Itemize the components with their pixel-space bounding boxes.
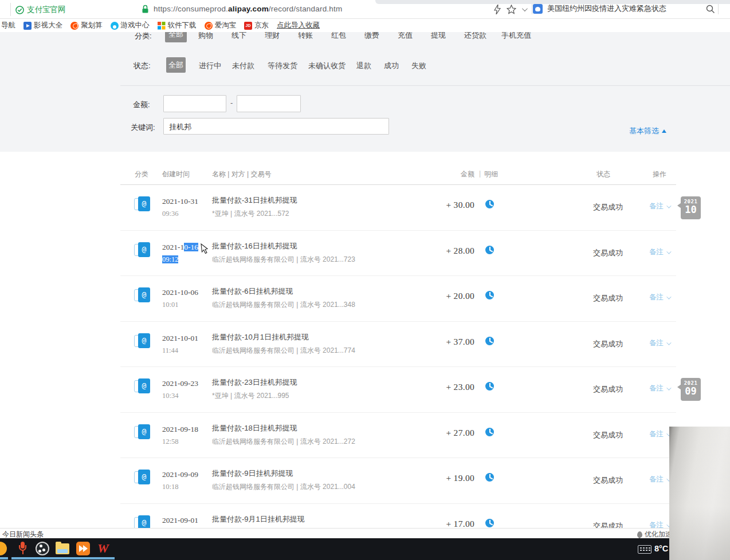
transfer-icon: @ — [134, 470, 150, 486]
transfer-icon: @ — [134, 196, 150, 212]
status-item[interactable]: 成功 — [384, 61, 399, 71]
windows-grid-icon — [158, 22, 166, 30]
video-play-icon — [23, 22, 32, 30]
taskbar-underline — [93, 557, 115, 559]
txn-name: 批量付款-9月1日挂机邦提现 — [212, 515, 305, 528]
url-text[interactable]: https://consumeprod.alipay.com/record/st… — [154, 5, 342, 13]
table-row: @ 2021-09-01 批量付款-9月1日挂机邦提现 + 17.00 交易成功… — [120, 504, 676, 528]
detail-pie-icon[interactable] — [485, 200, 494, 208]
bookmark-nav[interactable]: 导航 — [1, 21, 15, 30]
taobao-icon — [205, 22, 213, 30]
file-explorer-icon[interactable] — [56, 543, 69, 554]
amount-dash: - — [230, 98, 233, 107]
detail-pie-icon[interactable] — [485, 291, 494, 299]
status-item[interactable]: 退款 — [356, 61, 371, 71]
search-icon[interactable] — [706, 5, 715, 14]
taskbar-underline — [0, 557, 8, 559]
lightning-icon[interactable] — [494, 5, 501, 14]
divider — [10, 3, 11, 16]
collapse-triangle-icon — [662, 129, 666, 133]
amount-min-input[interactable] — [163, 95, 226, 112]
remark-link[interactable]: 备注 — [649, 247, 670, 257]
chevron-down-icon — [666, 203, 671, 208]
detail-pie-icon[interactable] — [485, 337, 494, 345]
lock-icon[interactable] — [142, 5, 149, 14]
wps-icon[interactable]: W — [97, 542, 109, 555]
taskbar-underline — [52, 557, 73, 559]
filter-divider — [120, 85, 730, 86]
browser-status-bar: 今日新闻头条 优化加速 — [0, 528, 730, 538]
amount-label: 金额: — [133, 100, 150, 110]
bookmark-label: 京东 — [254, 21, 269, 30]
transfer-icon: @ — [134, 424, 150, 440]
bookmark-jd[interactable]: JD京东 — [244, 21, 269, 30]
detail-pie-icon[interactable] — [485, 428, 494, 436]
remark-label: 备注 — [649, 429, 664, 439]
remark-link[interactable]: 备注 — [649, 475, 670, 484]
status-item[interactable]: 进行中 — [199, 61, 221, 71]
detail-pie-icon[interactable] — [485, 473, 494, 482]
txn-amount: + 20.00 — [418, 291, 474, 301]
keyboard-icon[interactable] — [638, 545, 651, 554]
month-badge: 202109 — [681, 378, 701, 401]
status-item[interactable]: 等待发货 — [268, 61, 297, 71]
keyword-input[interactable]: 挂机邦 — [163, 118, 389, 135]
amount-max-input[interactable] — [237, 95, 301, 112]
remark-link[interactable]: 备注 — [649, 384, 670, 393]
url-prefix: https://consumeprod. — [154, 5, 228, 13]
header-amount: 金额 — [418, 169, 474, 179]
detail-pie-icon[interactable] — [485, 519, 494, 527]
txn-status: 交易成功 — [593, 339, 623, 349]
header-action: 操作 — [653, 169, 666, 179]
bookmark-game-center[interactable]: 游戏中心 — [111, 21, 150, 30]
remark-link[interactable]: 备注 — [649, 293, 670, 302]
tab-strip — [375, 0, 730, 4]
transfer-icon: @ — [134, 333, 150, 349]
bookmark-video[interactable]: 影视大全 — [23, 21, 62, 30]
divider — [532, 4, 532, 14]
status-chip-all[interactable]: 全部 — [166, 57, 186, 73]
app-icon-partial[interactable] — [0, 542, 7, 555]
taskbar-underline — [11, 557, 33, 559]
star-icon[interactable] — [507, 5, 516, 14]
screen-recorder-icon[interactable] — [76, 542, 90, 555]
txn-status: 交易成功 — [593, 475, 623, 486]
bookmark-aitaobao[interactable]: 爱淘宝 — [205, 21, 237, 30]
transfer-icon: @ — [134, 242, 150, 258]
bookmark-juhuasuan[interactable]: 聚划算 — [70, 21, 103, 30]
transaction-table: 分类 创建时间 名称 | 对方 | 交易号 金额 | 明细 状态 操作 @ 20… — [0, 152, 730, 528]
bookmark-label: 点此导入收藏 — [277, 21, 320, 30]
table-row: @ 2021-10-0610:01 批量付款-6日挂机邦提现临沂超钱网络服务有限… — [120, 276, 676, 322]
site-verified-badge[interactable]: 支付宝官网 — [15, 5, 66, 15]
keyword-label: 关键词: — [131, 123, 155, 133]
remark-label: 备注 — [649, 384, 664, 393]
table-row: @ 2021-10-16 09:12 批量付款-16日挂机邦提现临沂超钱网络服务… — [120, 231, 676, 276]
bookmark-software[interactable]: 软件下载 — [158, 21, 197, 30]
detail-pie-icon[interactable] — [485, 246, 494, 254]
bookmark-label: 软件下载 — [168, 21, 197, 30]
chevron-down-icon[interactable] — [522, 6, 528, 11]
table-row: @ 2021-10-0111:44 批量付款-10月1日挂机邦提现临沂超钱网络服… — [120, 322, 676, 367]
detail-pie-icon[interactable] — [485, 382, 494, 391]
txn-date: 2021-09-0910:18 — [162, 470, 198, 491]
category-label: 分类: — [135, 31, 152, 41]
windows-taskbar: W 8°C — [0, 538, 730, 560]
remark-link[interactable]: 备注 — [649, 338, 670, 348]
basic-filter-link[interactable]: 基本筛选 — [629, 126, 666, 136]
status-item[interactable]: 失败 — [411, 61, 426, 71]
news-ticker[interactable]: 美国纽约州因疫情进入灾难紧急状态 — [533, 3, 666, 14]
obs-icon[interactable] — [36, 542, 49, 555]
txn-amount: + 28.00 — [418, 246, 474, 256]
microphone-icon[interactable] — [19, 542, 26, 555]
basic-filter-label: 基本筛选 — [629, 126, 659, 136]
remark-link[interactable]: 备注 — [649, 202, 670, 211]
shield-check-icon — [15, 6, 24, 14]
rocket-icon — [637, 531, 642, 538]
import-bookmarks-link[interactable]: 点此导入收藏 — [277, 21, 320, 30]
bookmark-label: 聚划算 — [81, 21, 103, 30]
status-item[interactable]: 未付款 — [232, 61, 254, 71]
remark-link[interactable]: 备注 — [649, 429, 670, 439]
transfer-icon: @ — [134, 378, 150, 395]
pip-video-overlay[interactable] — [669, 427, 730, 560]
status-item[interactable]: 未确认收货 — [308, 61, 346, 71]
